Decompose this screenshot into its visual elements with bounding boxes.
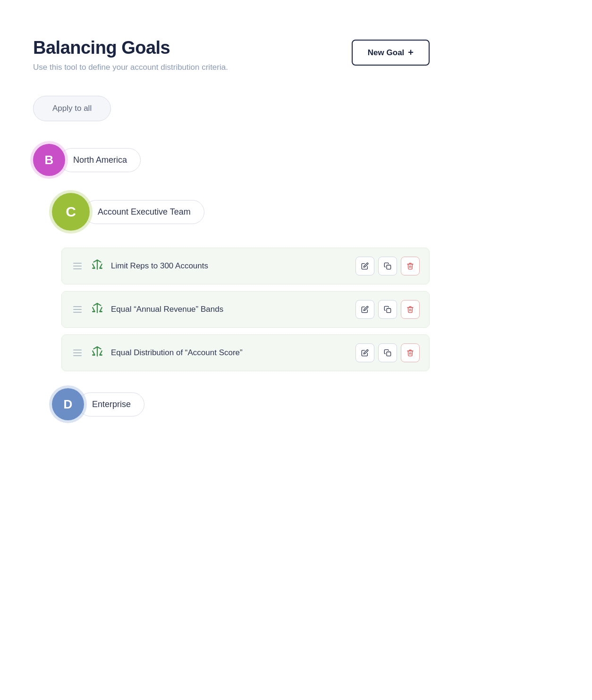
delete-button-2[interactable] (401, 300, 420, 319)
delete-button-1[interactable] (401, 257, 420, 275)
drag-handle-3[interactable] (71, 348, 84, 358)
copy-icon-1 (384, 262, 391, 270)
svg-rect-3 (387, 265, 391, 269)
group-label-b: North America (59, 148, 141, 172)
trash-icon-1 (406, 262, 414, 270)
goal-item-1: Limit Reps to 300 Accounts (61, 248, 430, 284)
group-label-d: Enterprise (78, 392, 144, 417)
edit-button-3[interactable] (355, 343, 374, 362)
copy-button-1[interactable] (378, 257, 397, 275)
goal-actions-1 (355, 257, 420, 275)
copy-button-2[interactable] (378, 300, 397, 319)
goal-text-2: Equal “Annual Revenue” Bands (111, 305, 348, 314)
goal-item-3: Equal Distribution of “Account Score” (61, 334, 430, 371)
avatar-c: C (52, 193, 90, 231)
copy-button-3[interactable] (378, 343, 397, 362)
delete-button-3[interactable] (401, 343, 420, 362)
apply-to-all-button[interactable]: Apply to all (33, 96, 111, 121)
goal-item-2: Equal “Annual Revenue” Bands (61, 291, 430, 328)
avatar-d: D (52, 388, 84, 420)
goal-actions-3 (355, 343, 420, 362)
copy-icon-2 (384, 306, 391, 313)
edit-icon-1 (361, 262, 369, 270)
svg-rect-11 (387, 352, 391, 356)
edit-icon-3 (361, 349, 369, 357)
group-row-c: C Account Executive Team (33, 193, 430, 231)
trash-icon-3 (406, 349, 414, 357)
edit-button-2[interactable] (355, 300, 374, 319)
new-goal-label: New Goal (368, 48, 404, 58)
drag-handle-2[interactable] (71, 304, 84, 315)
page-header: Balancing Goals Use this tool to define … (33, 38, 430, 72)
svg-rect-7 (387, 308, 391, 313)
goal-text-1: Limit Reps to 300 Accounts (111, 261, 348, 271)
edit-icon-2 (361, 306, 369, 313)
scale-icon-1 (91, 258, 103, 274)
page-container: Balancing Goals Use this tool to define … (0, 0, 592, 700)
page-title: Balancing Goals (33, 38, 228, 58)
group-row-d: D Enterprise (33, 388, 430, 420)
goal-actions-2 (355, 300, 420, 319)
scale-icon-2 (91, 302, 103, 317)
copy-icon-3 (384, 349, 391, 357)
goals-list-c: Limit Reps to 300 Accounts (61, 248, 430, 371)
header-left: Balancing Goals Use this tool to define … (33, 38, 228, 72)
group-label-c: Account Executive Team (84, 200, 204, 224)
drag-handle-1[interactable] (71, 261, 84, 271)
goal-text-3: Equal Distribution of “Account Score” (111, 348, 348, 358)
scale-icon-3 (91, 345, 103, 360)
group-row-b: B North America (33, 144, 430, 176)
avatar-b: B (33, 144, 65, 176)
new-goal-button[interactable]: New Goal + (352, 40, 430, 66)
main-content: Balancing Goals Use this tool to define … (0, 0, 463, 466)
trash-icon-2 (406, 306, 414, 313)
plus-icon: + (408, 47, 414, 58)
apply-all-label: Apply to all (52, 104, 92, 113)
page-subtitle: Use this tool to define your account dis… (33, 63, 228, 72)
edit-button-1[interactable] (355, 257, 374, 275)
